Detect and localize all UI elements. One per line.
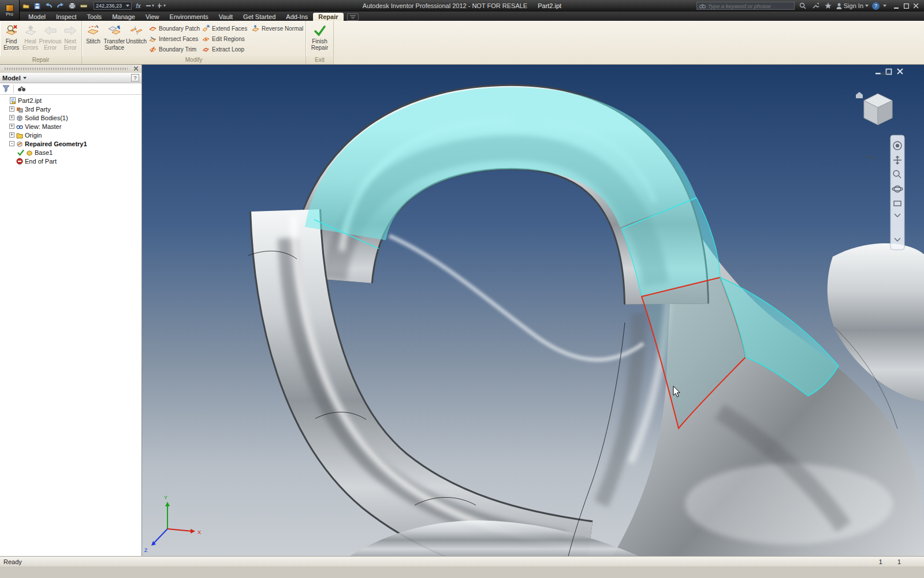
help-button[interactable]: ? xyxy=(872,2,880,10)
measure-button[interactable] xyxy=(79,2,88,10)
tab-model[interactable]: Model xyxy=(23,13,51,21)
previous-error-icon xyxy=(43,24,57,38)
help-search-box[interactable] xyxy=(696,2,795,10)
search-input[interactable] xyxy=(708,3,792,9)
grip-handle[interactable] xyxy=(5,68,128,70)
tree-item-view-master[interactable]: + View: Master xyxy=(0,122,141,131)
browser-help-button[interactable]: ? xyxy=(131,74,139,81)
expand-toggle[interactable]: + xyxy=(9,115,14,120)
edit-regions-button[interactable]: Edit Regions xyxy=(200,34,249,44)
unstitch-label: Unstitch xyxy=(126,39,147,45)
tree-item-part2[interactable]: Part2.ipt xyxy=(0,96,141,105)
panel-modify: Stitch Transfer Surface Unstitch Boundar… xyxy=(82,21,306,64)
tree-item-3rd-party[interactable]: + 3rd Party xyxy=(0,105,141,113)
bottom-strip xyxy=(0,566,924,578)
expand-toggle[interactable]: + xyxy=(9,124,14,129)
status-message: Ready xyxy=(3,558,22,565)
tree-item-solid-bodies[interactable]: + Solid Bodies(1) xyxy=(0,113,141,122)
sign-in-button[interactable]: Sign In xyxy=(836,2,869,9)
stitch-icon xyxy=(86,24,100,38)
finish-repair-label: Finish Repair xyxy=(308,39,331,51)
expand-toggle[interactable]: - xyxy=(9,141,14,146)
finish-repair-icon xyxy=(313,24,327,38)
boundary-patch-button[interactable]: Boundary Patch xyxy=(147,23,200,34)
tab-inspect[interactable]: Inspect xyxy=(51,13,81,21)
tab-get-started[interactable]: Get Started xyxy=(238,13,281,21)
next-error-button[interactable]: Next Error xyxy=(61,22,80,56)
repaired-geometry-icon xyxy=(16,140,23,147)
minimize-button[interactable] xyxy=(892,2,901,10)
browser-header[interactable]: Model ? xyxy=(0,73,141,83)
tab-environments[interactable]: Environments xyxy=(165,13,214,21)
panel-label-modify[interactable]: Modify xyxy=(82,56,305,64)
expand-toggle[interactable]: + xyxy=(9,106,14,112)
reverse-normal-icon xyxy=(252,25,259,32)
tree-item-base1[interactable]: Base1 xyxy=(0,148,141,157)
browser-title: Model xyxy=(2,75,21,81)
find-errors-label: Find Errors xyxy=(2,39,21,51)
tab-vault[interactable]: Vault xyxy=(214,13,238,21)
finish-repair-button[interactable]: Finish Repair xyxy=(308,22,331,56)
maximize-button[interactable] xyxy=(902,2,911,10)
coordinate-input[interactable]: 242,236,23 xyxy=(94,2,132,10)
save-button[interactable] xyxy=(32,2,42,10)
tab-tools[interactable]: Tools xyxy=(81,13,107,21)
viewport-canvas[interactable]: FRONT RIGHT xyxy=(142,65,924,556)
open-button[interactable] xyxy=(21,2,31,10)
find-errors-button[interactable]: Find Errors xyxy=(2,22,21,56)
transfer-surface-button[interactable]: Transfer Surface xyxy=(103,22,126,56)
tree-label: End of Part xyxy=(25,158,57,165)
panel-exit: Finish Repair Exit xyxy=(306,21,334,64)
tab-view[interactable]: View xyxy=(140,13,165,21)
boundary-patch-label: Boundary Patch xyxy=(159,25,200,32)
intersect-faces-button[interactable]: Intersect Faces xyxy=(147,34,200,44)
tab-manage[interactable]: Manage xyxy=(107,13,140,21)
app-logo[interactable]: Pro xyxy=(0,0,20,21)
viewport: FRONT RIGHT xyxy=(142,65,924,556)
return-dropdown[interactable] xyxy=(145,2,155,10)
extract-loop-icon xyxy=(202,46,210,53)
tree-item-end-of-part[interactable]: End of Part xyxy=(0,157,141,165)
tree-item-origin[interactable]: + Origin xyxy=(0,131,141,139)
tree-label: Part2.ipt xyxy=(18,97,42,104)
stitch-label: Stitch xyxy=(86,39,100,45)
solid-bodies-icon xyxy=(16,114,23,121)
panel-label-repair[interactable]: Repair xyxy=(0,56,81,64)
reverse-normal-button[interactable]: Reverse Normal xyxy=(249,23,304,34)
find-icon[interactable] xyxy=(17,86,26,92)
heal-errors-button[interactable]: Heal Errors xyxy=(21,22,40,56)
coordinate-value: 242,236,23 xyxy=(96,3,122,9)
boundary-trim-label: Boundary Trim xyxy=(159,46,196,53)
search-button[interactable] xyxy=(798,2,807,10)
ribbon-display-toggle[interactable] xyxy=(347,13,359,21)
print-button[interactable] xyxy=(67,2,77,10)
tree-label: Base1 xyxy=(35,149,53,156)
star-icon[interactable] xyxy=(824,2,833,10)
extract-loop-button[interactable]: Extract Loop xyxy=(200,44,249,54)
update-dropdown[interactable] xyxy=(157,2,166,10)
previous-error-button[interactable]: Previous Error xyxy=(40,22,61,56)
redo-button[interactable] xyxy=(55,2,65,10)
panel-label-exit[interactable]: Exit xyxy=(306,56,333,64)
tab-repair[interactable]: Repair xyxy=(313,13,343,21)
boundary-patch-icon xyxy=(149,25,157,32)
dropdown-caret-icon xyxy=(126,5,129,7)
filter-icon[interactable] xyxy=(2,85,10,92)
tab-add-ins[interactable]: Add-Ins xyxy=(281,13,313,21)
expand-toggle[interactable]: + xyxy=(9,132,14,138)
browser-close-button[interactable] xyxy=(132,65,140,72)
extend-faces-button[interactable]: Extend Faces xyxy=(200,23,249,34)
help-caret-icon[interactable] xyxy=(883,5,886,7)
status-num-1: 1 xyxy=(879,558,882,565)
boundary-trim-button[interactable]: Boundary Trim xyxy=(147,44,200,54)
next-error-label: Next Error xyxy=(61,39,80,51)
tree-item-repaired-geometry[interactable]: - Repaired Geometry1 xyxy=(0,139,141,148)
browser-drag-strip[interactable] xyxy=(0,65,141,73)
wrench-icon[interactable] xyxy=(811,2,820,10)
unstitch-button[interactable]: Unstitch xyxy=(126,22,147,56)
close-button[interactable] xyxy=(912,2,921,10)
stitch-button[interactable]: Stitch xyxy=(84,22,103,56)
undo-button[interactable] xyxy=(44,2,54,10)
fx-parameters-button[interactable]: fx xyxy=(133,2,143,10)
logo-label: Pro xyxy=(6,12,13,17)
